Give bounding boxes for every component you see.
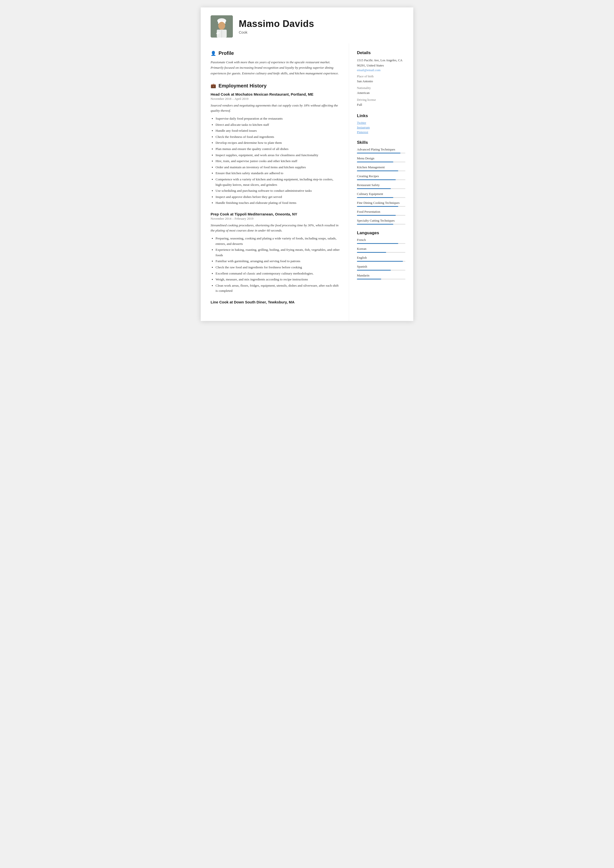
- skill-item: Creating Recipes: [357, 174, 406, 180]
- skill-name: Creating Recipes: [357, 174, 406, 178]
- skill-bar-fill: [357, 179, 396, 180]
- list-item: Supervise daily food preparation at the …: [216, 116, 340, 121]
- skill-bar-background: [357, 179, 406, 180]
- details-title: Details: [357, 50, 406, 55]
- details-section: Details 1515 Pacific Ave, Los Angeles, C…: [357, 50, 406, 107]
- link-item[interactable]: Pinterest: [357, 130, 406, 134]
- list-item: Familiar with garnishing, arranging and …: [216, 259, 340, 264]
- language-bar-background: [357, 279, 406, 279]
- language-bar-fill: [357, 279, 381, 279]
- list-item: Preparing, seasoning, cooking and platin…: [216, 236, 340, 246]
- candidate-title: Cook: [239, 30, 403, 34]
- job-achievement: Sourced vendors and negotiating agreemen…: [211, 103, 340, 113]
- skill-bar-background: [357, 206, 406, 207]
- avatar: [211, 16, 233, 37]
- language-item: Spanish: [357, 265, 406, 271]
- header-info: Massimo Davids Cook: [239, 19, 403, 34]
- skill-name: Restaurant Safety: [357, 183, 406, 187]
- jobs-container: Head Cook at Mochatos Mexican Restaurant…: [211, 92, 340, 304]
- job-title: Line Cook at Down South Diner, Tewksbury…: [211, 300, 340, 304]
- skill-bar-background: [357, 153, 406, 153]
- language-name: Spanish: [357, 265, 406, 268]
- profile-section: 👤 Profile Passionate Cook with more than…: [211, 50, 340, 76]
- job-dates: November 2018 – April 2019: [211, 97, 340, 101]
- skill-bar-fill: [357, 188, 391, 189]
- details-birth-label: Place of birth: [357, 74, 406, 78]
- skill-item: Restaurant Safety: [357, 183, 406, 189]
- language-bar-background: [357, 261, 406, 262]
- skill-name: Specialty Cutting Techniques: [357, 219, 406, 223]
- profile-section-title: 👤 Profile: [211, 50, 340, 56]
- language-name: French: [357, 238, 406, 242]
- links-section: Links TwitterInstagramPinterest: [357, 113, 406, 134]
- list-item: Plan menus and ensure the quality contro…: [216, 146, 340, 152]
- language-bar-fill: [357, 243, 398, 244]
- job-item: Prep Cook at Tippoli Mediterranean, Oneo…: [211, 212, 340, 293]
- skill-item: Menu Design: [357, 157, 406, 162]
- employment-section: 💼 Employment History Head Cook at Mochat…: [211, 83, 340, 304]
- languages-title: Languages: [357, 231, 406, 236]
- language-bar-fill: [357, 270, 391, 271]
- svg-point-3: [218, 22, 225, 29]
- right-column: Details 1515 Pacific Ave, Los Angeles, C…: [349, 43, 413, 321]
- skill-bar-fill: [357, 224, 393, 225]
- job-bullets: Supervise daily food preparation at the …: [211, 116, 340, 206]
- candidate-name: Massimo Davids: [239, 19, 403, 29]
- language-bar-fill: [357, 261, 403, 262]
- profile-text: Passionate Cook with more than six years…: [211, 60, 340, 76]
- languages-container: French Korean English Spanish Mandarin: [357, 238, 406, 279]
- language-bar-background: [357, 252, 406, 253]
- skill-name: Kitchen Management: [357, 165, 406, 169]
- language-item: Mandarin: [357, 274, 406, 279]
- skill-item: Specialty Cutting Techniques: [357, 219, 406, 225]
- language-name: Korean: [357, 247, 406, 251]
- link-item[interactable]: Instagram: [357, 126, 406, 129]
- list-item: Check the raw food and ingredients for f…: [216, 265, 340, 270]
- skill-item: Kitchen Management: [357, 165, 406, 171]
- job-item: Head Cook at Mochatos Mexican Restaurant…: [211, 92, 340, 206]
- list-item: Ensure that kitchen safety standards are…: [216, 170, 340, 176]
- list-item: Experience in baking, roasting, grilling…: [216, 247, 340, 258]
- job-item: Line Cook at Down South Diner, Tewksbury…: [211, 300, 340, 304]
- skill-name: Menu Design: [357, 157, 406, 160]
- employment-section-title: 💼 Employment History: [211, 83, 340, 89]
- profile-icon: 👤: [211, 51, 216, 56]
- language-name: Mandarin: [357, 274, 406, 277]
- skill-name: Fine Dining Cooking Techniques: [357, 201, 406, 205]
- skill-item: Food Presentation: [357, 210, 406, 216]
- skills-container: Advanced Plating Techniques Menu Design …: [357, 147, 406, 225]
- skill-bar-fill: [357, 153, 400, 153]
- link-item[interactable]: Twitter: [357, 121, 406, 125]
- resume-container: Massimo Davids Cook 👤 Profile Passionate…: [201, 8, 413, 321]
- main-content: 👤 Profile Passionate Cook with more than…: [201, 43, 413, 321]
- details-license-label: Driving license: [357, 98, 406, 102]
- job-title: Prep Cook at Tippoli Mediterranean, Oneo…: [211, 212, 340, 216]
- job-achievement: Streamlined cooking procedures, shorteni…: [211, 223, 340, 233]
- language-item: Korean: [357, 247, 406, 253]
- list-item: Clean work areas, floors, fridges, equip…: [216, 283, 340, 293]
- languages-section: Languages French Korean English Spanish …: [357, 231, 406, 279]
- language-bar-background: [357, 243, 406, 244]
- links-title: Links: [357, 113, 406, 118]
- list-item: Competence with a variety of kitchen and…: [216, 177, 340, 187]
- list-item: Check the freshness of food and ingredie…: [216, 134, 340, 140]
- skill-name: Food Presentation: [357, 210, 406, 214]
- list-item: Use scheduling and purchasing software t…: [216, 188, 340, 194]
- skill-item: Advanced Plating Techniques: [357, 147, 406, 153]
- skill-bar-background: [357, 170, 406, 171]
- skill-bar-fill: [357, 170, 398, 171]
- skills-section: Skills Advanced Plating Techniques Menu …: [357, 140, 406, 225]
- details-email[interactable]: email@email.com: [357, 68, 406, 72]
- list-item: Hire, train, and supervise junior cooks …: [216, 158, 340, 164]
- skill-name: Advanced Plating Techniques: [357, 147, 406, 152]
- skill-bar-background: [357, 188, 406, 189]
- language-item: French: [357, 238, 406, 244]
- details-address: 1515 Pacific Ave, Los Angeles, CA 90291,…: [357, 58, 406, 68]
- header: Massimo Davids Cook: [201, 8, 413, 43]
- job-title: Head Cook at Mochatos Mexican Restaurant…: [211, 92, 340, 96]
- left-column: 👤 Profile Passionate Cook with more than…: [201, 43, 349, 321]
- skill-bar-background: [357, 197, 406, 198]
- list-item: Direct and allocate tasks to kitchen sta…: [216, 122, 340, 127]
- details-license: Full: [357, 102, 406, 107]
- list-item: Order and maintain an inventory of food …: [216, 164, 340, 170]
